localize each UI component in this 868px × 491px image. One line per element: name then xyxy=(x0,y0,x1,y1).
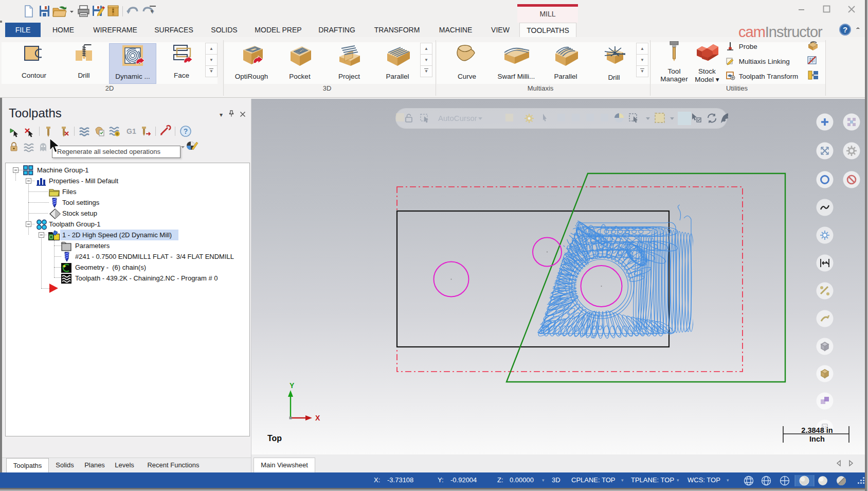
svg-text:AutoCursor: AutoCursor xyxy=(438,114,477,122)
svg-text:Inch: Inch xyxy=(809,435,825,443)
svg-text:2.3848 in: 2.3848 in xyxy=(801,426,833,434)
svg-text:Y: Y xyxy=(290,381,295,390)
svg-text:X: X xyxy=(315,414,320,422)
svg-text:?: ? xyxy=(184,127,188,135)
svg-text:G1: G1 xyxy=(126,127,136,135)
